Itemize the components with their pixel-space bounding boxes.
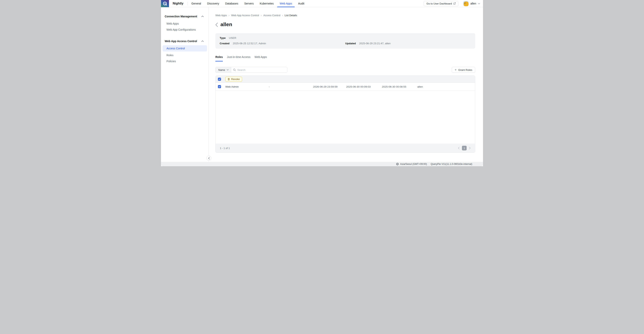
revoke-button[interactable]: Revoke xyxy=(225,77,242,82)
go-to-user-dashboard-button[interactable]: Go to User Dashboard xyxy=(424,1,458,6)
sidebar-section-connection-management: Connection Management Web Apps Web App C… xyxy=(161,14,208,33)
status-bar: Asia/Seoul (GMT+09:00) QueryPie V11(11.1… xyxy=(161,162,483,166)
chevron-up-icon xyxy=(201,16,204,17)
nav-item-databases[interactable]: Databases xyxy=(225,0,238,7)
user-avatar[interactable] xyxy=(463,1,468,6)
breadcrumb-separator: › xyxy=(229,14,230,17)
nav-divider xyxy=(188,2,188,6)
sidebar-header-web-app-access-control[interactable]: Web App Access Control xyxy=(161,39,208,44)
cell-role-name: Web Admin xyxy=(225,85,269,88)
cell-3: 2026-06-29 23:59:59 xyxy=(313,85,346,88)
breadcrumb: Web Apps › Web App Access Control › Acce… xyxy=(216,14,475,17)
tab-roles[interactable]: Roles xyxy=(216,55,223,62)
sidebar-header-connection-management[interactable]: Connection Management xyxy=(161,14,208,19)
detail-info-panel: Type USER Created 2025-06-25 12:52:17, A… xyxy=(216,33,475,49)
timezone-status: Asia/Seoul (GMT+09:00) xyxy=(396,163,427,165)
trash-icon xyxy=(228,78,230,80)
updated-label: Updated xyxy=(346,42,356,45)
breadcrumb-separator: › xyxy=(282,14,283,17)
search-combo: Name xyxy=(216,67,287,73)
table-header-row: Revoke xyxy=(216,76,475,83)
brand-name: Nightly xyxy=(173,2,184,5)
sidebar-item-access-control[interactable]: Access Control xyxy=(162,45,207,52)
version-text: QueryPie V11(11.1.0-06f1b3e-internal) xyxy=(430,163,472,165)
next-page-icon[interactable] xyxy=(469,147,471,149)
table-row[interactable]: Web Admin - 2026-06-29 23:59:59 2025-06-… xyxy=(216,83,475,91)
chevron-up-icon xyxy=(201,40,204,42)
nav-item-web-apps[interactable]: Web Apps xyxy=(280,0,292,7)
querypie-logo-icon[interactable] xyxy=(161,0,169,7)
pagination: 1 xyxy=(458,146,471,150)
nav-item-audit[interactable]: Audit xyxy=(298,0,304,7)
search-icon xyxy=(233,69,236,71)
search-input[interactable] xyxy=(238,69,285,71)
back-button[interactable] xyxy=(216,22,218,27)
main-nav: General Discovery Databases Servers Kube… xyxy=(192,0,304,7)
created-label: Created xyxy=(220,42,230,45)
previous-page-icon[interactable] xyxy=(458,147,460,149)
updated-value: 2025-06-29 23:21:47, allen xyxy=(359,42,390,45)
sidebar-section-title: Web App Access Control xyxy=(165,40,197,43)
sidebar-collapse-button[interactable] xyxy=(206,156,211,161)
breadcrumb-web-app-access-control[interactable]: Web App Access Control xyxy=(231,14,259,17)
cell-2: - xyxy=(269,85,313,88)
pagination-range: 1 - 1 of 1 xyxy=(220,147,230,150)
chevron-down-icon[interactable] xyxy=(478,3,480,4)
cell-6: allen xyxy=(417,85,475,88)
nav-item-servers[interactable]: Servers xyxy=(244,0,254,7)
select-all-checkbox[interactable] xyxy=(218,78,221,81)
breadcrumb-access-control[interactable]: Access Control xyxy=(263,14,280,17)
row-checkbox[interactable] xyxy=(218,85,221,88)
nav-item-general[interactable]: General xyxy=(192,0,201,7)
page-number[interactable]: 1 xyxy=(462,146,467,150)
sidebar-section-title: Connection Management xyxy=(165,15,197,18)
table-empty-area xyxy=(216,91,475,144)
top-nav: Nightly General Discovery Databases Serv… xyxy=(161,0,483,7)
app-window: Nightly General Discovery Databases Serv… xyxy=(161,0,483,167)
chevron-down-icon xyxy=(227,69,229,71)
globe-icon xyxy=(396,163,399,165)
page-title: allen xyxy=(220,22,232,28)
grant-roles-button[interactable]: + Grant Roles xyxy=(452,67,475,73)
sidebar-item-web-apps[interactable]: Web Apps xyxy=(161,21,208,27)
chevron-left-icon xyxy=(208,157,210,159)
window-bottom-edge xyxy=(161,166,483,167)
version-status: QueryPie V11(11.1.0-06f1b3e-internal) xyxy=(430,163,472,165)
nav-item-discovery[interactable]: Discovery xyxy=(207,0,219,7)
dashboard-button-label: Go to User Dashboard xyxy=(426,2,452,5)
type-label: Type xyxy=(220,37,226,40)
grant-roles-label: Grant Roles xyxy=(458,69,472,71)
search-field-value: Name xyxy=(218,69,225,71)
search-field-dropdown[interactable]: Name xyxy=(216,67,231,73)
sidebar-item-roles[interactable]: Roles xyxy=(161,52,208,58)
breadcrumb-list-details: List Details xyxy=(284,14,297,17)
breadcrumb-web-apps[interactable]: Web Apps xyxy=(216,14,227,17)
nav-right: Go to User Dashboard allen xyxy=(424,1,483,6)
cell-4: 2025-06-30 00:09:03 xyxy=(346,85,382,88)
type-value: USER xyxy=(229,37,236,40)
sidebar-item-web-app-configurations[interactable]: Web App Configurations xyxy=(161,27,208,33)
roles-table: Revoke Web Admin - 2026-06-29 23:59:59 2… xyxy=(216,76,475,153)
timezone-text: Asia/Seoul (GMT+09:00) xyxy=(400,163,427,165)
sidebar-section-web-app-access-control: Web App Access Control Access Control Ro… xyxy=(161,39,208,64)
external-link-icon xyxy=(453,2,456,5)
sidebar: Connection Management Web Apps Web App C… xyxy=(161,7,209,162)
detail-tabs: Roles Just-in-time Access Web Apps xyxy=(216,55,475,62)
main-content: Web Apps › Web App Access Control › Acce… xyxy=(209,7,483,162)
cell-5: 2025-06-30 00:08:55 xyxy=(382,85,417,88)
breadcrumb-separator: › xyxy=(261,14,262,17)
tab-web-apps[interactable]: Web Apps xyxy=(254,55,267,62)
created-value: 2025-06-25 12:52:17, Admin xyxy=(233,42,266,45)
nav-item-kubernetes[interactable]: Kubernetes xyxy=(260,0,274,7)
plus-icon: + xyxy=(455,68,456,71)
revoke-label: Revoke xyxy=(231,78,240,81)
table-footer: 1 - 1 of 1 1 xyxy=(216,144,475,153)
sidebar-item-policies[interactable]: Policies xyxy=(161,58,208,64)
user-name[interactable]: allen xyxy=(470,2,476,5)
tab-just-in-time-access[interactable]: Just-in-time Access xyxy=(227,55,250,62)
